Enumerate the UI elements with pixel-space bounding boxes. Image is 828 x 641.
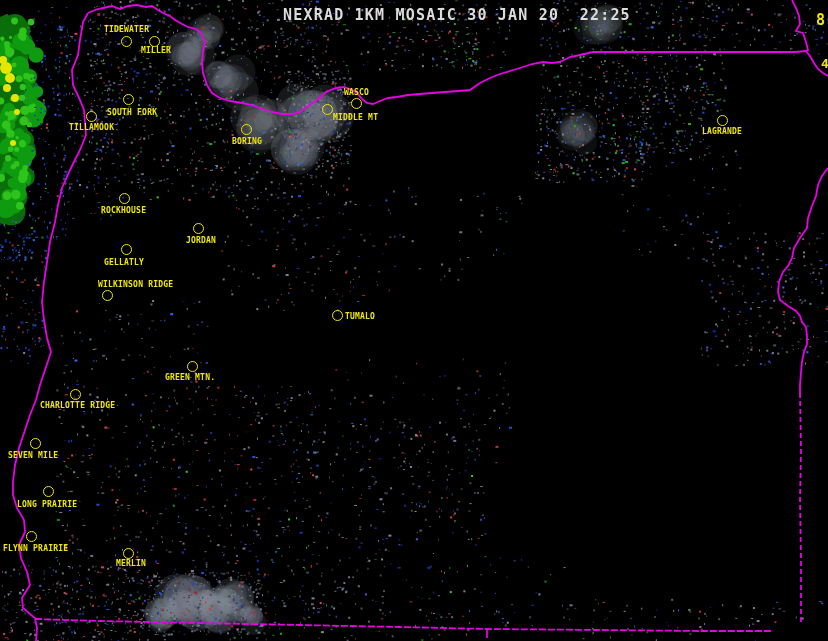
station-label: GELLATLY	[104, 258, 144, 267]
station-label: ROCKHOUSE	[101, 206, 146, 215]
station-label: JORDAN	[186, 236, 216, 245]
station-label: TILLAMOOK	[69, 123, 114, 132]
station-marker-icon	[30, 438, 41, 449]
station-marker-icon	[241, 124, 252, 135]
nexrad-mosaic-screen: TIDEWATERMILLERSOUTH FORKTILLAMOOKWASCOM…	[0, 0, 828, 641]
station-label: CHARLOTTE RIDGE	[40, 401, 115, 410]
station-marker-icon	[102, 290, 113, 301]
station-marker-icon	[187, 361, 198, 372]
station-marker-icon	[332, 310, 343, 321]
station-label: MIDDLE MT	[333, 113, 378, 122]
station-label: FLYNN PRAIRIE	[3, 544, 68, 553]
edge-partial-glyph: 4	[821, 56, 828, 71]
station-label: SOUTH FORK	[107, 108, 157, 117]
station-label: MILLER	[141, 46, 171, 55]
edge-digit: 8	[816, 11, 825, 29]
station-marker-icon	[123, 548, 134, 559]
station-marker-icon	[322, 104, 333, 115]
station-label: TIDEWATER	[104, 25, 149, 34]
station-marker-icon	[43, 486, 54, 497]
station-label: WILKINSON RIDGE	[98, 280, 173, 289]
mosaic-title: NEXRAD 1KM MOSAIC 30 JAN 20 22:25	[283, 6, 631, 24]
station-marker-icon	[121, 244, 132, 255]
station-label: LONG PRAIRIE	[17, 500, 77, 509]
station-marker-icon	[121, 36, 132, 47]
station-marker-icon	[717, 115, 728, 126]
station-label: SEVEN MILE	[8, 451, 58, 460]
station-marker-icon	[86, 111, 97, 122]
station-marker-icon	[26, 531, 37, 542]
station-marker-icon	[351, 98, 362, 109]
station-label: GREEN MTN.	[165, 373, 215, 382]
station-marker-icon	[193, 223, 204, 234]
station-label: BORING	[232, 137, 262, 146]
station-marker-icon	[70, 389, 81, 400]
station-marker-icon	[119, 193, 130, 204]
station-marker-icon	[123, 94, 134, 105]
station-label: MERLIN	[116, 559, 146, 568]
station-label: LAGRANDE	[702, 127, 742, 136]
station-label: TUMALO	[345, 312, 375, 321]
station-label: WASCO	[344, 88, 369, 97]
